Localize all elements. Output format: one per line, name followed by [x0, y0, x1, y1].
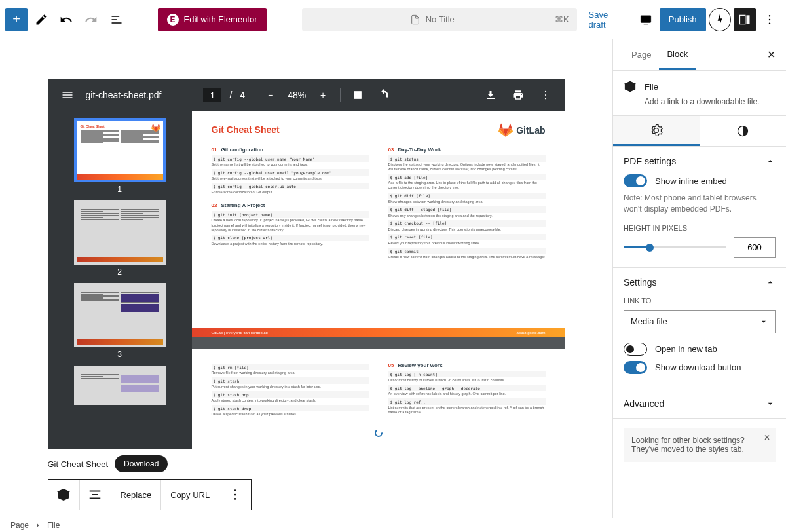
- inline-embed-note: Note: Most phone and tablet browsers won…: [624, 193, 776, 215]
- thumb-label: 3: [74, 350, 166, 359]
- page-icon: [410, 14, 421, 25]
- dismiss-notice-button[interactable]: ✕: [764, 433, 770, 442]
- undo-button[interactable]: [55, 8, 77, 31]
- redo-button[interactable]: [80, 8, 102, 31]
- block-toolbar: Replace Copy URL: [48, 479, 252, 510]
- edit-mode-button[interactable]: [30, 8, 52, 31]
- zoom-level: 48%: [288, 90, 306, 100]
- advanced-panel-header[interactable]: Advanced: [624, 398, 776, 409]
- thumb-label: 1: [74, 185, 166, 194]
- rotate-button[interactable]: [375, 86, 393, 104]
- svg-point-13: [234, 498, 236, 500]
- document-outline-button[interactable]: [105, 8, 128, 31]
- styles-moved-notice: Looking for other block settings? They'v…: [624, 428, 776, 462]
- fit-page-button[interactable]: [348, 86, 367, 104]
- open-new-tab-toggle[interactable]: [624, 343, 647, 356]
- pdf-settings-panel-header[interactable]: PDF settings: [624, 156, 776, 166]
- page-title-text: No Title: [426, 14, 455, 24]
- pdf-page-2: $ git rm [file]Remove file from working …: [192, 349, 565, 449]
- show-download-toggle[interactable]: [624, 361, 647, 374]
- page-title-button[interactable]: No Title ⌘K: [302, 8, 577, 31]
- settings-subtab[interactable]: [613, 116, 700, 146]
- file-icon: [624, 80, 637, 93]
- gitlab-logo: GitLab: [498, 123, 545, 138]
- breadcrumb-current[interactable]: File: [47, 521, 60, 530]
- loading-spinner-icon: [374, 428, 383, 438]
- more-options-button[interactable]: [758, 8, 781, 31]
- close-sidebar-button[interactable]: ✕: [767, 48, 776, 61]
- gear-icon: [650, 124, 663, 137]
- edit-with-elementor-button[interactable]: E Edit with Elementor: [158, 8, 267, 31]
- publish-button[interactable]: Publish: [660, 8, 706, 31]
- thumb-label: 2: [74, 267, 166, 276]
- svg-rect-0: [641, 16, 650, 22]
- link-to-label: LINK TO: [624, 297, 776, 305]
- download-button[interactable]: Download: [115, 455, 168, 472]
- chevron-up-icon: [765, 156, 776, 166]
- height-slider[interactable]: [624, 246, 726, 248]
- pdf-thumbnail-3[interactable]: 3: [74, 283, 166, 359]
- save-draft-button[interactable]: Save draft: [582, 10, 632, 29]
- pdf-title: Git Cheat Sheet: [212, 124, 546, 135]
- show-inline-embed-toggle[interactable]: [624, 174, 647, 187]
- svg-rect-1: [739, 15, 745, 24]
- block-type-label: File: [645, 82, 658, 92]
- tab-block[interactable]: Block: [659, 40, 696, 70]
- block-description: Add a link to a downloadable file.: [645, 97, 776, 106]
- height-input[interactable]: [734, 237, 776, 258]
- copy-url-button[interactable]: Copy URL: [161, 480, 219, 510]
- zoom-in-button[interactable]: +: [314, 86, 332, 104]
- svg-point-5: [769, 22, 771, 24]
- chevron-down-icon: [759, 317, 768, 326]
- pdf-page-1: GitLab Git Cheat Sheet 01Git configurati…: [192, 111, 565, 337]
- chevron-down-icon: [765, 398, 776, 409]
- settings-panel-header[interactable]: Settings: [624, 277, 776, 288]
- height-label: HEIGHT IN PIXELS: [624, 224, 776, 232]
- shortcut-hint: ⌘K: [555, 14, 569, 24]
- pdf-thumbnail-1[interactable]: Git Cheat Sheet 1: [74, 118, 166, 194]
- breadcrumb: Page File: [0, 518, 612, 532]
- elementor-logo-icon: E: [167, 14, 179, 26]
- print-button[interactable]: [509, 86, 527, 104]
- pdf-filename: git-cheat-sheet.pdf: [86, 90, 162, 100]
- pdf-thumbnail-strip: Git Cheat Sheet 1 2: [48, 111, 192, 449]
- align-button[interactable]: [80, 480, 111, 510]
- pdf-thumbnail-2[interactable]: 2: [74, 200, 166, 276]
- svg-rect-2: [746, 15, 749, 24]
- jetpack-button[interactable]: [709, 8, 731, 31]
- pdf-page-total: 4: [240, 90, 245, 100]
- pdf-page-sep: /: [229, 90, 232, 100]
- elementor-button-label: Edit with Elementor: [184, 14, 257, 24]
- chevron-up-icon: [765, 277, 776, 288]
- tab-page[interactable]: Page: [624, 40, 659, 70]
- replace-button[interactable]: Replace: [111, 480, 162, 510]
- svg-point-4: [769, 18, 771, 20]
- contrast-icon: [736, 124, 749, 138]
- pdf-menu-button[interactable]: [58, 86, 77, 104]
- file-name-link[interactable]: Git Cheat Sheet: [48, 459, 109, 469]
- svg-point-8: [544, 94, 546, 96]
- add-block-button[interactable]: +: [5, 8, 28, 31]
- preview-button[interactable]: [635, 8, 657, 31]
- svg-point-7: [544, 91, 546, 92]
- breadcrumb-root[interactable]: Page: [10, 521, 29, 530]
- block-more-button[interactable]: [219, 480, 251, 510]
- svg-point-12: [234, 494, 236, 496]
- open-new-tab-label: Open in new tab: [655, 344, 717, 354]
- pdf-more-button[interactable]: [536, 86, 555, 104]
- link-to-select[interactable]: Media file: [624, 310, 776, 333]
- svg-point-11: [234, 489, 236, 491]
- pdf-thumbnail-4[interactable]: [74, 366, 166, 405]
- settings-sidebar-toggle[interactable]: [734, 8, 756, 31]
- pdf-page-input[interactable]: [203, 88, 221, 102]
- zoom-out-button[interactable]: −: [261, 86, 280, 104]
- svg-point-9: [544, 98, 546, 99]
- styles-subtab[interactable]: [700, 116, 786, 146]
- download-pdf-button[interactable]: [481, 86, 500, 104]
- block-type-icon[interactable]: [48, 480, 80, 510]
- chevron-right-icon: [34, 522, 42, 529]
- show-download-label: Show download button: [655, 362, 741, 372]
- svg-point-3: [769, 14, 771, 16]
- show-inline-label: Show inline embed: [655, 176, 727, 186]
- svg-point-10: [375, 430, 382, 436]
